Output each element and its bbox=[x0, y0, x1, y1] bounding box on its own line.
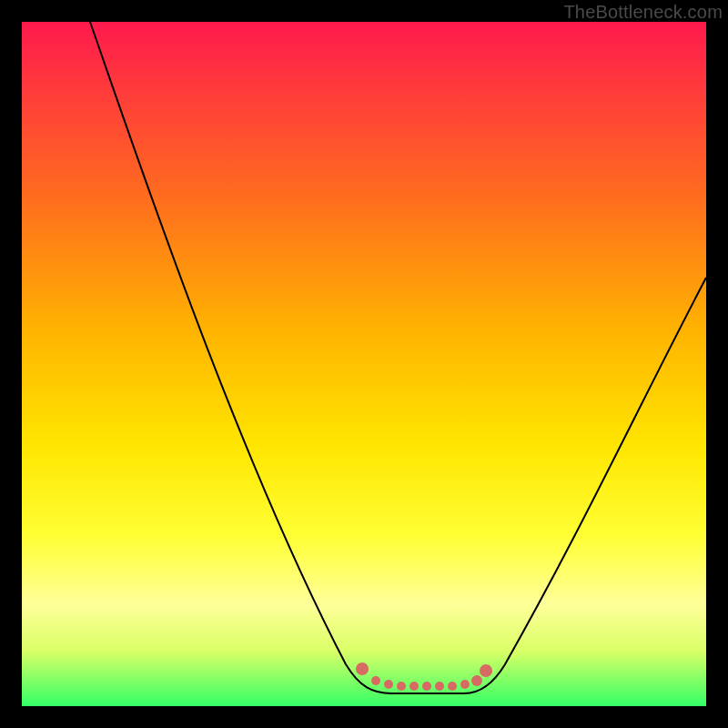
chart-gradient-background bbox=[22, 22, 706, 706]
chart-stage: TheBottleneck.com bbox=[0, 0, 728, 728]
watermark-text: TheBottleneck.com bbox=[563, 2, 723, 23]
